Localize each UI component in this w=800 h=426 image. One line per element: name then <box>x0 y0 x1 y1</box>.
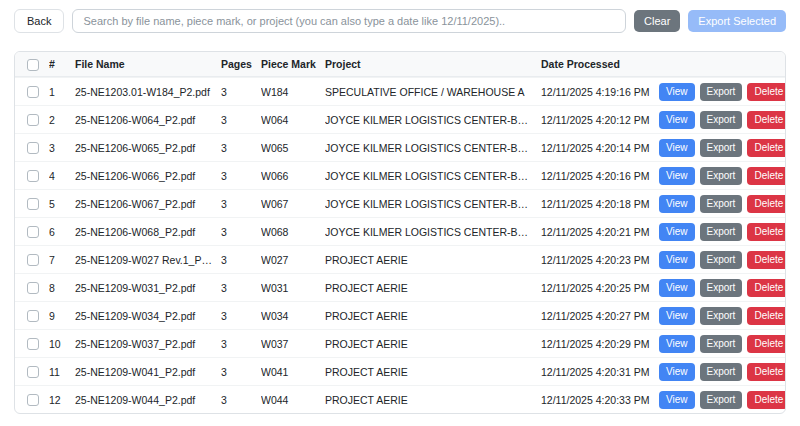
export-button[interactable]: Export <box>700 111 743 129</box>
row-number: 12 <box>49 394 75 406</box>
view-button[interactable]: View <box>659 279 695 297</box>
date-processed: 12/11/2025 4:20:12 PM <box>541 114 659 126</box>
table-row: 1 25-NE1203.01-W184_P2.pdf 3 W184 SPECUL… <box>15 77 785 105</box>
project: JOYCE KILMER LOGISTICS CENTER-BUILDING 1 <box>325 142 541 154</box>
row-actions: View Export Delete <box>659 223 786 241</box>
view-button[interactable]: View <box>659 391 695 409</box>
column-header-project: Project <box>325 58 541 70</box>
search-input[interactable] <box>72 9 626 33</box>
pages: 3 <box>221 366 261 378</box>
row-checkbox[interactable] <box>27 310 39 322</box>
select-all-checkbox[interactable] <box>27 59 39 71</box>
back-button[interactable]: Back <box>14 9 64 33</box>
row-checkbox[interactable] <box>27 114 39 126</box>
table-row: 9 25-NE1209-W034_P2.pdf 3 W034 PROJECT A… <box>15 301 785 329</box>
export-button[interactable]: Export <box>700 83 743 101</box>
pages: 3 <box>221 254 261 266</box>
table-body: 1 25-NE1203.01-W184_P2.pdf 3 W184 SPECUL… <box>15 77 785 413</box>
delete-button[interactable]: Delete <box>747 111 786 129</box>
pages: 3 <box>221 86 261 98</box>
delete-button[interactable]: Delete <box>747 391 786 409</box>
row-checkbox[interactable] <box>27 170 39 182</box>
export-button[interactable]: Export <box>700 139 743 157</box>
row-checkbox[interactable] <box>27 254 39 266</box>
export-button[interactable]: Export <box>700 363 743 381</box>
view-button[interactable]: View <box>659 363 695 381</box>
file-name: 25-NE1209-W041_P2.pdf <box>75 366 221 378</box>
row-actions: View Export Delete <box>659 139 786 157</box>
project: PROJECT AERIE <box>325 254 541 266</box>
delete-button[interactable]: Delete <box>747 195 786 213</box>
view-button[interactable]: View <box>659 335 695 353</box>
table-row: 11 25-NE1209-W041_P2.pdf 3 W041 PROJECT … <box>15 357 785 385</box>
view-button[interactable]: View <box>659 111 695 129</box>
table-row: 8 25-NE1209-W031_P2.pdf 3 W031 PROJECT A… <box>15 273 785 301</box>
pages: 3 <box>221 170 261 182</box>
column-header-number: # <box>49 58 75 70</box>
piece-mark: W065 <box>261 142 325 154</box>
row-actions: View Export Delete <box>659 391 786 409</box>
row-number: 6 <box>49 226 75 238</box>
row-checkbox[interactable] <box>27 226 39 238</box>
row-actions: View Export Delete <box>659 363 786 381</box>
row-checkbox[interactable] <box>27 86 39 98</box>
row-checkbox[interactable] <box>27 282 39 294</box>
export-button[interactable]: Export <box>700 223 743 241</box>
view-button[interactable]: View <box>659 307 695 325</box>
export-button[interactable]: Export <box>700 167 743 185</box>
delete-button[interactable]: Delete <box>747 167 786 185</box>
file-name: 25-NE1206-W068_P2.pdf <box>75 226 221 238</box>
row-checkbox[interactable] <box>27 142 39 154</box>
row-number: 1 <box>49 86 75 98</box>
export-button[interactable]: Export <box>700 251 743 269</box>
delete-button[interactable]: Delete <box>747 139 786 157</box>
date-processed: 12/11/2025 4:20:25 PM <box>541 282 659 294</box>
view-button[interactable]: View <box>659 139 695 157</box>
row-checkbox[interactable] <box>27 198 39 210</box>
delete-button[interactable]: Delete <box>747 251 786 269</box>
row-actions: View Export Delete <box>659 307 786 325</box>
row-number: 3 <box>49 142 75 154</box>
export-button[interactable]: Export <box>700 195 743 213</box>
export-button[interactable]: Export <box>700 307 743 325</box>
view-button[interactable]: View <box>659 83 695 101</box>
row-checkbox[interactable] <box>27 338 39 350</box>
delete-button[interactable]: Delete <box>747 335 786 353</box>
piece-mark: W027 <box>261 254 325 266</box>
delete-button[interactable]: Delete <box>747 279 786 297</box>
view-button[interactable]: View <box>659 195 695 213</box>
row-actions: View Export Delete <box>659 83 786 101</box>
view-button[interactable]: View <box>659 223 695 241</box>
project: PROJECT AERIE <box>325 282 541 294</box>
piece-mark: W037 <box>261 338 325 350</box>
date-processed: 12/11/2025 4:20:18 PM <box>541 198 659 210</box>
view-button[interactable]: View <box>659 167 695 185</box>
export-button[interactable]: Export <box>700 279 743 297</box>
delete-button[interactable]: Delete <box>747 83 786 101</box>
files-table: # File Name Pages Piece Mark Project Dat… <box>14 51 786 414</box>
table-row: 5 25-NE1206-W067_P2.pdf 3 W067 JOYCE KIL… <box>15 189 785 217</box>
export-button[interactable]: Export <box>700 335 743 353</box>
row-checkbox[interactable] <box>27 394 39 406</box>
column-header-pages: Pages <box>221 58 261 70</box>
project: JOYCE KILMER LOGISTICS CENTER-BUILDING 1 <box>325 170 541 182</box>
pages: 3 <box>221 338 261 350</box>
delete-button[interactable]: Delete <box>747 363 786 381</box>
delete-button[interactable]: Delete <box>747 307 786 325</box>
row-actions: View Export Delete <box>659 251 786 269</box>
export-selected-button: Export Selected <box>688 10 786 32</box>
project: PROJECT AERIE <box>325 338 541 350</box>
piece-mark: W184 <box>261 86 325 98</box>
piece-mark: W068 <box>261 226 325 238</box>
piece-mark: W064 <box>261 114 325 126</box>
table-row: 12 25-NE1209-W044_P2.pdf 3 W044 PROJECT … <box>15 385 785 413</box>
file-name: 25-NE1209-W044_P2.pdf <box>75 394 221 406</box>
row-number: 7 <box>49 254 75 266</box>
clear-button[interactable]: Clear <box>634 10 680 32</box>
view-button[interactable]: View <box>659 251 695 269</box>
row-actions: View Export Delete <box>659 335 786 353</box>
export-button[interactable]: Export <box>700 391 743 409</box>
table-row: 3 25-NE1206-W065_P2.pdf 3 W065 JOYCE KIL… <box>15 133 785 161</box>
delete-button[interactable]: Delete <box>747 223 786 241</box>
row-checkbox[interactable] <box>27 366 39 378</box>
